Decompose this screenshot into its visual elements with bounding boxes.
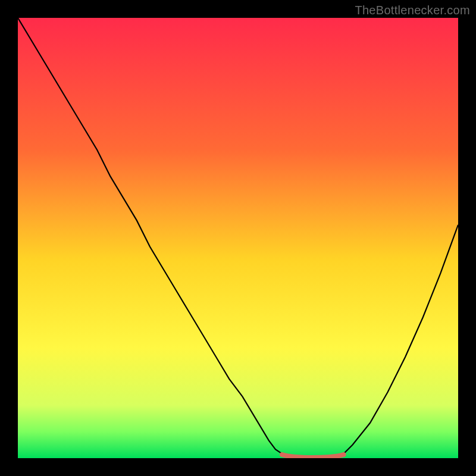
chart-container: TheBottlenecker.com xyxy=(0,0,476,476)
bottleneck-chart xyxy=(18,18,458,458)
gradient-background xyxy=(18,18,458,458)
plot-area xyxy=(18,18,458,458)
watermark-text: TheBottlenecker.com xyxy=(355,4,470,17)
